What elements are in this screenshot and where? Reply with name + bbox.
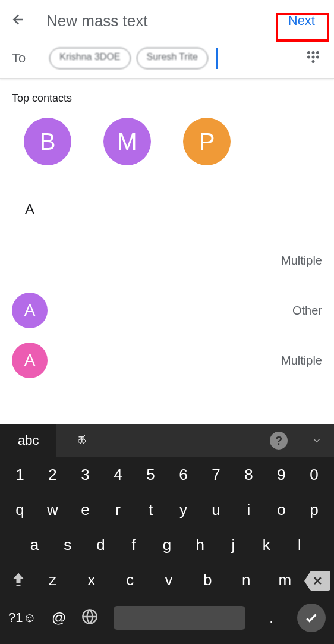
key-c[interactable]: c [115, 571, 145, 592]
recipient-chip[interactable]: Suresh Trite [137, 48, 208, 69]
key-w[interactable]: w [38, 501, 68, 519]
key-7[interactable]: 7 [201, 466, 231, 484]
key-o[interactable]: o [267, 501, 297, 519]
keyboard-help-icon[interactable]: ? [258, 424, 300, 457]
keyboard-lang-tab[interactable]: ಹ [56, 424, 258, 457]
key-e[interactable]: e [71, 501, 100, 519]
key-x[interactable]: x [77, 571, 106, 592]
key-9[interactable]: 9 [267, 466, 297, 484]
key-j[interactable]: j [218, 536, 248, 554]
recipient-chips[interactable]: Krishna 3DOE Suresh Trite [49, 48, 298, 69]
key-6[interactable]: 6 [169, 466, 198, 484]
key-b[interactable]: b [193, 571, 222, 592]
contact-avatar: A [12, 293, 48, 328]
key-n[interactable]: n [231, 571, 261, 592]
key-h[interactable]: h [185, 536, 215, 554]
keyboard-mode-abc[interactable]: abc [0, 424, 56, 457]
key-v[interactable]: v [154, 571, 184, 592]
key-y[interactable]: y [169, 501, 198, 519]
svg-point-3 [307, 56, 310, 59]
svg-point-5 [316, 56, 319, 59]
dialpad-icon[interactable] [304, 48, 322, 68]
top-contact-avatar[interactable]: M [103, 118, 151, 165]
key-r[interactable]: r [103, 501, 133, 519]
key-3[interactable]: 3 [71, 466, 100, 484]
period-key[interactable]: . [261, 610, 282, 626]
key-q[interactable]: q [5, 501, 35, 519]
key-k[interactable]: k [251, 536, 281, 554]
key-2[interactable]: 2 [38, 466, 68, 484]
at-key[interactable]: @ [52, 610, 66, 626]
contact-type-label: Multiple [281, 254, 322, 268]
back-icon[interactable] [11, 12, 46, 30]
text-cursor [216, 48, 218, 69]
key-l[interactable]: l [285, 536, 314, 554]
key-8[interactable]: 8 [234, 466, 264, 484]
key-z[interactable]: z [38, 571, 68, 592]
top-contact-avatar[interactable]: B [24, 118, 71, 165]
contact-type-label: Other [292, 304, 322, 318]
key-d[interactable]: d [86, 536, 115, 554]
key-t[interactable]: t [136, 501, 166, 519]
section-letter: A [0, 171, 334, 235]
key-s[interactable]: s [53, 536, 83, 554]
key-f[interactable]: f [119, 536, 149, 554]
key-u[interactable]: u [201, 501, 231, 519]
spacebar-key[interactable] [114, 606, 245, 630]
symbols-key[interactable]: ?1☺ [8, 610, 36, 626]
top-contact-avatar[interactable]: P [183, 118, 231, 165]
list-item[interactable]: A Other [0, 285, 334, 335]
list-item[interactable]: Multiple [0, 235, 334, 285]
next-button[interactable]: Next [280, 10, 323, 32]
contact-avatar: A [12, 343, 48, 378]
to-label: To [12, 51, 26, 66]
keyboard[interactable]: abc ಹ ? 1234567890 qwertyuiop asdfghjkl … [0, 424, 334, 644]
svg-point-6 [312, 60, 315, 63]
list-item[interactable]: A Multiple [0, 335, 334, 385]
key-g[interactable]: g [152, 536, 182, 554]
svg-point-4 [312, 56, 315, 59]
svg-point-0 [307, 51, 310, 54]
key-m[interactable]: m [270, 571, 300, 592]
svg-rect-7 [17, 585, 21, 586]
key-5[interactable]: 5 [136, 466, 166, 484]
key-p[interactable]: p [300, 501, 329, 519]
recipient-chip[interactable]: Krishna 3DOE [49, 48, 130, 69]
enter-key[interactable] [297, 604, 326, 632]
key-i[interactable]: i [234, 501, 264, 519]
contact-type-label: Multiple [281, 354, 322, 367]
page-title: New mass text [46, 12, 280, 30]
top-contacts-heading: Top contacts [0, 79, 334, 112]
svg-point-1 [312, 51, 315, 54]
globe-icon[interactable] [81, 608, 98, 627]
keyboard-collapse-icon[interactable] [300, 424, 334, 457]
backspace-key[interactable]: ✕ [304, 571, 330, 591]
key-4[interactable]: 4 [103, 466, 133, 484]
key-1[interactable]: 1 [5, 466, 35, 484]
shift-key[interactable] [4, 571, 33, 592]
svg-point-2 [316, 51, 319, 54]
key-a[interactable]: a [20, 536, 49, 554]
key-0[interactable]: 0 [300, 466, 329, 484]
